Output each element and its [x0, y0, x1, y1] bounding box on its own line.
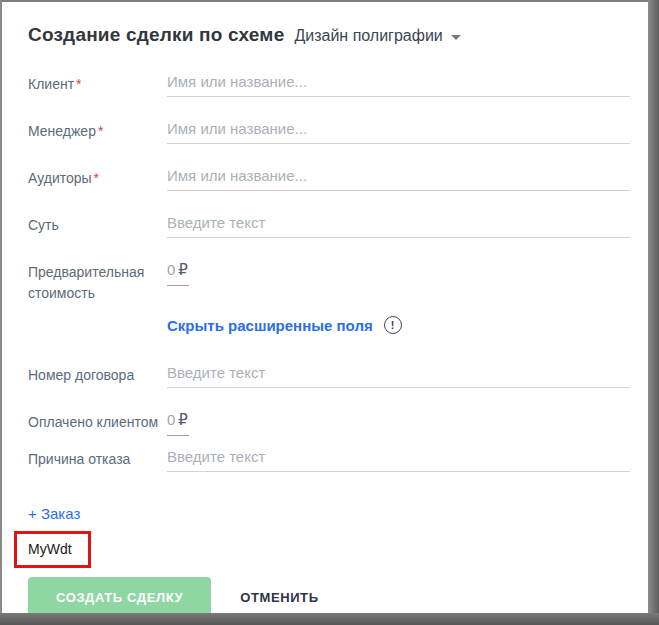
preliminary-cost-input[interactable]: 0₽ — [167, 261, 189, 286]
modal-header: Создание сделки по схеме Дизайн полиграф… — [28, 24, 630, 46]
manager-input[interactable] — [167, 120, 630, 144]
scheme-selector-value: Дизайн полиграфии — [294, 27, 442, 45]
exclamation-circle-icon[interactable]: ! — [384, 316, 402, 334]
field-row-refusal-reason: Причина отказа — [28, 448, 630, 472]
create-deal-button[interactable]: СОЗДАТЬ СДЕЛКУ — [28, 577, 211, 613]
chevron-down-icon — [451, 35, 461, 40]
field-label: Менеджер* — [28, 120, 167, 142]
field-label: Предварительная стоимость — [28, 261, 167, 304]
window-edge-top — [0, 0, 659, 2]
annotation-highlight-box: MyWdt — [14, 531, 91, 568]
window-edge-left — [0, 0, 2, 613]
field-row-paid-by-client: Оплачено клиентом 0₽ — [28, 411, 630, 436]
scheme-selector[interactable]: Дизайн полиграфии — [294, 27, 460, 45]
field-label: Оплачено клиентом — [28, 411, 167, 433]
auditors-input[interactable] — [167, 167, 630, 191]
window-edge-right — [648, 0, 659, 625]
refusal-reason-input[interactable] — [167, 448, 630, 472]
required-asterisk: * — [94, 170, 99, 186]
field-label: Аудиторы* — [28, 167, 167, 189]
add-order-row: + Заказ — [28, 495, 630, 523]
field-row-auditors: Аудиторы* — [28, 167, 630, 191]
field-label: Причина отказа — [28, 448, 167, 470]
window-edge-bottom — [0, 613, 659, 625]
field-row-contract-number: Номер договора — [28, 364, 630, 388]
field-row-preliminary-cost: Предварительная стоимость 0₽ — [28, 261, 630, 304]
extended-fields-row: Скрыть расширенные поля ! — [28, 316, 630, 334]
action-buttons: СОЗДАТЬ СДЕЛКУ ОТМЕНИТЬ — [28, 577, 630, 613]
field-label: Клиент* — [28, 73, 167, 95]
widget-row: MyWdt — [28, 523, 630, 568]
create-deal-modal: Создание сделки по схеме Дизайн полиграф… — [0, 0, 659, 625]
ruble-sign: ₽ — [178, 261, 188, 278]
essence-input[interactable] — [167, 214, 630, 238]
required-asterisk: * — [76, 76, 81, 92]
required-asterisk: * — [98, 123, 103, 139]
client-input[interactable] — [167, 73, 630, 97]
field-label: Суть — [28, 214, 167, 236]
amount-value: 0 — [167, 261, 175, 278]
page-title: Создание сделки по схеме — [28, 24, 284, 46]
hide-extended-fields-link[interactable]: Скрыть расширенные поля — [167, 317, 373, 334]
paid-by-client-input[interactable]: 0₽ — [167, 411, 189, 436]
ruble-sign: ₽ — [178, 411, 188, 428]
mywdt-widget-label[interactable]: MyWdt — [28, 541, 72, 557]
field-row-client: Клиент* — [28, 73, 630, 97]
contract-number-input[interactable] — [167, 364, 630, 388]
field-row-essence: Суть — [28, 214, 630, 238]
cancel-button[interactable]: ОТМЕНИТЬ — [240, 577, 318, 613]
field-row-manager: Менеджер* — [28, 120, 630, 144]
modal-content: Создание сделки по схеме Дизайн полиграф… — [2, 2, 648, 613]
amount-value: 0 — [167, 411, 175, 428]
add-order-link[interactable]: + Заказ — [28, 505, 80, 522]
field-label: Номер договора — [28, 364, 167, 386]
